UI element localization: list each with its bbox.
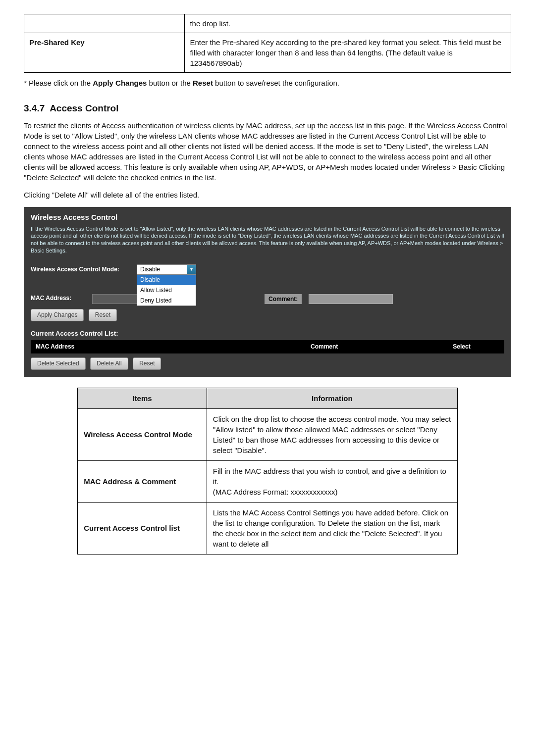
items-header-info: Information [207, 388, 457, 408]
item-value-mode: Click on the drop list to choose the acc… [207, 408, 457, 460]
chevron-down-icon[interactable]: ▾ [187, 265, 196, 274]
item-label-mode: Wireless Access Control Mode [78, 408, 207, 460]
col-mac: MAC Address [31, 340, 230, 353]
cell-value-drop: the drop list. [185, 14, 511, 33]
apply-note: * Please click on the Apply Changes butt… [24, 78, 511, 88]
mode-option-list[interactable]: Disable Allow Listed Deny Listed [137, 274, 196, 306]
comment-label: Comment: [265, 294, 302, 304]
panel-blurb: If the Wireless Access Control Mode is s… [24, 223, 511, 261]
section-heading: 3.4.7 Access Control [24, 102, 511, 115]
wireless-access-control-panel: Wireless Access Control If the Wireless … [24, 207, 511, 377]
item-value-mac: Fill in the MAC address that you wish to… [207, 460, 457, 502]
delete-selected-button[interactable]: Delete Selected [31, 357, 86, 370]
section-body-1: To restrict the clients of Access authen… [24, 120, 511, 183]
items-info-table: Items Information Wireless Access Contro… [77, 388, 458, 554]
col-select: Select [419, 340, 504, 353]
cell-value-psk: Enter the Pre-shared Key according to th… [185, 33, 511, 73]
item-label-list: Current Access Control list [78, 502, 207, 554]
current-list-title: Current Access Control List: [24, 324, 511, 340]
mode-option-deny[interactable]: Deny Listed [137, 296, 196, 306]
mode-select[interactable]: Disable ▾ Disable Allow Listed Deny List… [137, 264, 196, 274]
item-label-mac: MAC Address & Comment [78, 460, 207, 502]
comment-input[interactable] [309, 294, 393, 304]
reset-button[interactable]: Reset [89, 309, 117, 321]
col-comment: Comment [230, 340, 419, 353]
apply-changes-button[interactable]: Apply Changes [31, 309, 84, 321]
mode-label: Wireless Access Control Mode: [31, 265, 130, 274]
mode-option-disable[interactable]: Disable [137, 275, 196, 285]
cell-label-drop [24, 14, 185, 33]
cell-label-psk: Pre-Shared Key [24, 33, 185, 73]
preshared-key-table: the drop list. Pre-Shared Key Enter the … [24, 14, 511, 73]
items-header-items: Items [78, 388, 207, 408]
mode-option-allow[interactable]: Allow Listed [137, 285, 196, 296]
mac-label: MAC Address: [31, 294, 85, 304]
reset-button-2[interactable]: Reset [133, 357, 161, 370]
current-access-control-table: MAC Address Comment Select [31, 340, 504, 353]
delete-all-button[interactable]: Delete All [90, 357, 128, 370]
section-body-2: Clicking "Delete All" will delete all of… [24, 190, 511, 200]
panel-title: Wireless Access Control [24, 207, 511, 223]
item-value-list: Lists the MAC Access Control Settings yo… [207, 502, 457, 554]
